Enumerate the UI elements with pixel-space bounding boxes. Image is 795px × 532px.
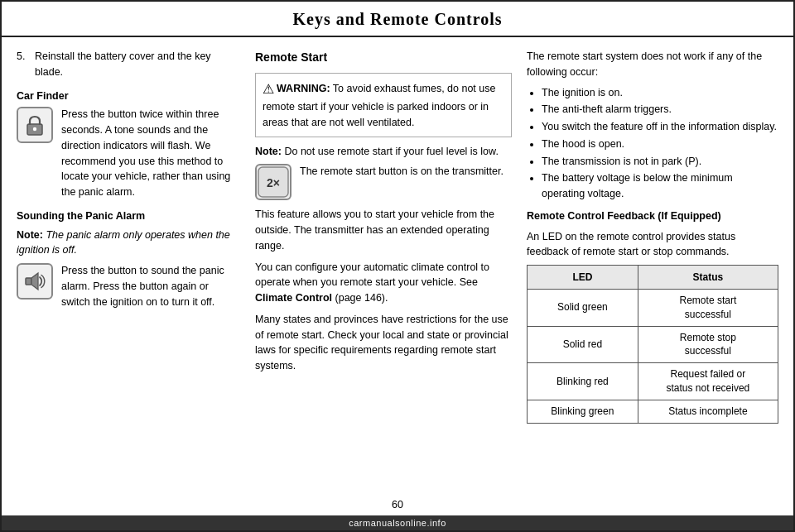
item-5-text: Reinstall the battery cover and the key …	[35, 49, 240, 80]
feedback-text: An LED on the remote control provides st…	[527, 229, 778, 261]
table-header-row: LED Status	[528, 266, 778, 290]
item-number: 5.	[17, 49, 30, 80]
car-finder-heading: Car Finder	[17, 89, 240, 104]
car-finder-text: Press the button twice within three seco…	[61, 107, 240, 200]
watermark: carmanualsonline.info	[2, 515, 793, 530]
page-wrapper: Keys and Remote Controls 5. Reinstall th…	[0, 0, 795, 532]
restrictions-para: Many states and provinces have restricti…	[255, 312, 512, 374]
remote-start-heading: Remote Start	[255, 49, 512, 66]
intro-text: The remote start system does not work if…	[527, 49, 778, 80]
led-table-body: Solid greenRemote start successfulSolid …	[528, 290, 778, 424]
climate-para-text: You can configure your automatic climate…	[255, 261, 489, 289]
content-area: 5. Reinstall the battery cover and the k…	[2, 37, 793, 496]
car-finder-section: Car Finder Press the button twice within…	[17, 89, 240, 200]
warning-label: WARNING:	[277, 83, 330, 94]
numbered-item-5: 5. Reinstall the battery cover and the k…	[17, 49, 240, 80]
watermark-text: carmanualsonline.info	[349, 518, 446, 528]
lock-icon	[17, 107, 53, 143]
list-item: The anti-theft alarm triggers.	[542, 102, 778, 117]
status-cell: Remote stop successful	[638, 326, 778, 363]
fuel-note: Note: Do not use remote start if your fu…	[255, 144, 512, 160]
transmitter-text: The remote start button is on the transm…	[300, 164, 512, 180]
panic-note-label: Note:	[17, 229, 43, 241]
panic-note-text: The panic alarm only operates when the i…	[17, 229, 230, 256]
fuel-note-text: Do not use remote start if your fuel lev…	[282, 146, 499, 157]
led-table: LED Status Solid greenRemote start succe…	[527, 265, 778, 424]
status-cell: Status incomplete	[638, 400, 778, 423]
page-footer: 60	[2, 496, 793, 515]
panic-heading: Sounding the Panic Alarm	[17, 208, 240, 224]
led-cell: Blinking green	[528, 400, 638, 423]
page-title-bar: Keys and Remote Controls	[2, 2, 793, 37]
middle-column: Remote Start ⚠WARNING: To avoid exhaust …	[255, 49, 512, 489]
col-status-header: Status	[638, 266, 778, 290]
fuel-note-label: Note:	[255, 146, 282, 157]
svg-rect-2	[26, 278, 31, 285]
svg-marker-3	[31, 273, 38, 290]
svg-text:2×: 2×	[267, 176, 280, 189]
panic-alarm-section: Sounding the Panic Alarm Note: The panic…	[17, 208, 240, 310]
table-row: Blinking redRequest failed or status not…	[528, 363, 778, 400]
conditions-list: The ignition is on. The anti-theft alarm…	[527, 85, 778, 202]
status-cell: Remote start successful	[638, 290, 778, 327]
panic-icon-box: Press the button to sound the panic alar…	[17, 263, 240, 309]
svg-point-1	[33, 127, 36, 131]
feature-para1: This feature allows you to start your ve…	[255, 207, 512, 253]
panic-note: Note: The panic alarm only operates when…	[17, 228, 240, 259]
table-row: Solid greenRemote start successful	[528, 290, 778, 327]
left-column: 5. Reinstall the battery cover and the k…	[17, 49, 240, 489]
climate-para: You can configure your automatic climate…	[255, 260, 512, 306]
list-item: You switch the feature off in the inform…	[542, 119, 778, 135]
page-title: Keys and Remote Controls	[2, 10, 793, 29]
status-cell: Request failed or status not received	[638, 363, 778, 400]
list-item: The hood is open.	[542, 137, 778, 152]
led-cell: Solid green	[528, 290, 638, 327]
col-led-header: LED	[528, 266, 638, 290]
climate-control-link: Climate Control	[255, 292, 332, 304]
panic-text: Press the button to sound the panic alar…	[61, 263, 240, 309]
right-column: The remote start system does not work if…	[527, 49, 778, 489]
table-row: Solid redRemote stop successful	[528, 326, 778, 363]
page-number: 60	[392, 499, 403, 510]
feedback-heading: Remote Control Feedback (If Equipped)	[527, 208, 778, 224]
warning-box: ⚠WARNING: To avoid exhaust fumes, do not…	[255, 73, 512, 137]
list-item: The ignition is on.	[542, 85, 778, 101]
transmitter-row: 2× The remote start button is on the tra…	[255, 164, 512, 200]
transmitter-2x-icon: 2×	[255, 164, 292, 200]
led-cell: Solid red	[528, 326, 638, 363]
list-item: The transmission is not in park (P).	[542, 154, 778, 170]
table-row: Blinking greenStatus incomplete	[528, 400, 778, 423]
warning-triangle-icon: ⚠	[263, 79, 274, 99]
list-item: The battery voltage is below the minimum…	[542, 170, 778, 202]
car-finder-icon-box: Press the button twice within three seco…	[17, 107, 240, 200]
led-cell: Blinking red	[528, 363, 638, 400]
climate-para-end: (page 146).	[332, 292, 388, 304]
speaker-icon	[17, 263, 53, 300]
